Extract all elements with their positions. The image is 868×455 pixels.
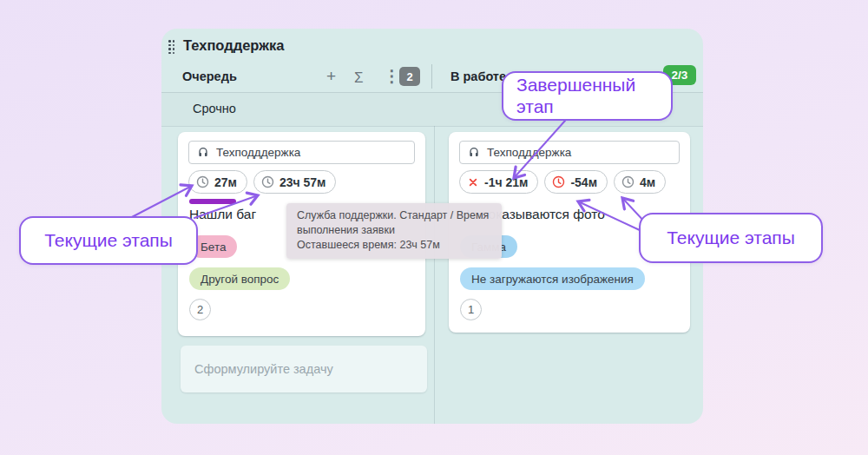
- swimlane-title: Срочно: [193, 102, 236, 115]
- add-card-input[interactable]: Сформулируйте задачу: [181, 346, 427, 392]
- clock-icon: [621, 175, 635, 189]
- children-count-badge: 1: [460, 299, 482, 320]
- callout-text: Текущие этапы: [667, 228, 795, 248]
- callout-text: Завершенный этап: [516, 75, 635, 118]
- tag-other-question[interactable]: Другой вопрос: [189, 267, 290, 290]
- timer-chips: -1ч 21м -54м 4м: [459, 170, 666, 194]
- queue-count-badge: 2: [399, 67, 420, 86]
- add-card-icon[interactable]: +: [326, 66, 336, 87]
- sum-icon[interactable]: Σ: [354, 68, 364, 89]
- stage-progress-bar: [189, 199, 236, 204]
- x-icon: [466, 175, 480, 189]
- timer-value: 4м: [640, 175, 655, 189]
- column-name-inprogress: В работе: [450, 69, 506, 83]
- card-title: Нашли баг: [189, 207, 256, 222]
- headset-icon: [196, 146, 210, 160]
- timer-value: -1ч 21м: [484, 175, 528, 189]
- timer-chip[interactable]: 4м: [614, 170, 666, 194]
- callout-finished-stage: Завершенный этап: [502, 71, 673, 121]
- column-name-queue: Очередь: [182, 69, 237, 83]
- tooltip-line: Оставшееся время: 23ч 57м: [297, 238, 491, 253]
- clock-icon: [260, 175, 275, 189]
- sla-tooltip: Служба поддержки. Стандарт / Время выпол…: [286, 203, 502, 259]
- callout-current-stages-right: Текущие этапы: [639, 213, 823, 263]
- timer-chip[interactable]: 27м: [188, 170, 247, 194]
- header-divider: [431, 64, 432, 89]
- tooltip-line: Служба поддержки. Стандарт / Время выпол…: [297, 208, 491, 238]
- service-label: Техподддержка: [487, 146, 571, 159]
- service-field[interactable]: Техподддержка: [188, 141, 415, 164]
- timer-value: -54м: [570, 175, 597, 189]
- clock-icon-red: [551, 175, 566, 189]
- board-title: Техподдержка: [183, 37, 284, 54]
- tag-images-not-loading[interactable]: Не загружаются изображения: [460, 267, 645, 290]
- add-card-placeholder: Сформулируйте задачу: [194, 362, 333, 376]
- timer-value: 23ч 57м: [279, 175, 326, 189]
- headset-icon: [467, 146, 481, 160]
- callout-text: Текущие этапы: [44, 230, 173, 251]
- timer-chip[interactable]: 23ч 57м: [253, 170, 337, 194]
- timer-value: 27м: [214, 175, 237, 189]
- clock-icon: [195, 175, 210, 189]
- service-field[interactable]: Техподддержка: [459, 141, 680, 164]
- swimlane-separator: [161, 126, 703, 127]
- timer-chip-overdue[interactable]: -1ч 21м: [459, 170, 538, 194]
- column-divider: [434, 126, 435, 424]
- column-menu-icon[interactable]: ⋮: [384, 66, 400, 87]
- timer-chip-alert[interactable]: -54м: [544, 170, 608, 194]
- callout-current-stages-left: Текущие этапы: [19, 216, 198, 265]
- board-header: Техподдержка: [161, 36, 703, 58]
- service-label: Техподддержка: [216, 146, 300, 159]
- timer-chips: 27м 23ч 57м: [188, 170, 336, 194]
- children-count-badge: 2: [189, 299, 211, 320]
- drag-handle-icon[interactable]: [168, 40, 177, 55]
